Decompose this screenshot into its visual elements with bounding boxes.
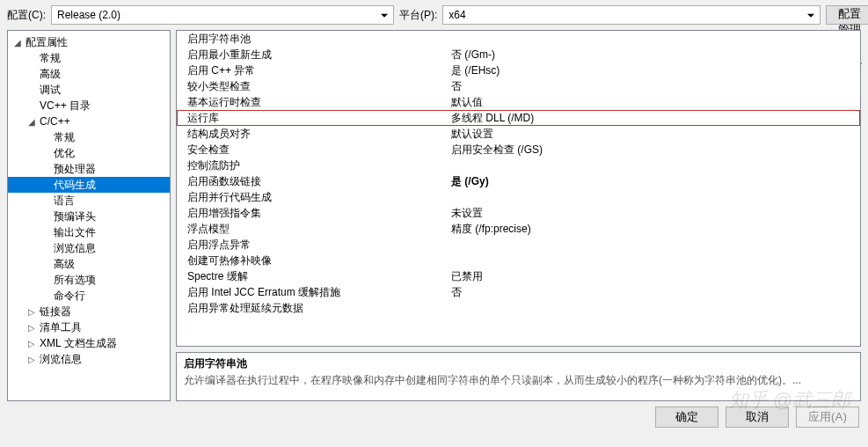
tree-item[interactable]: 浏览信息 <box>8 240 170 256</box>
config-value: Release (2.0) <box>57 9 120 21</box>
property-value[interactable]: 否 <box>451 284 860 300</box>
property-row[interactable]: 启用并行代码生成 <box>177 189 860 205</box>
property-value[interactable]: 默认值 <box>451 94 860 110</box>
tree-item-label: 命令行 <box>54 289 85 304</box>
tree-item[interactable]: 常规 <box>8 129 170 145</box>
tree-item-label: 高级 <box>54 257 75 272</box>
chevron-right-icon: ▷ <box>26 323 38 333</box>
tree-root-label: 配置属性 <box>26 35 68 50</box>
tree-item[interactable]: 预编译头 <box>8 209 170 224</box>
property-label: 启用最小重新生成 <box>187 47 451 62</box>
property-label: 启用字符串池 <box>187 31 451 47</box>
property-grid[interactable]: 启用字符串池启用最小重新生成否 (/Gm-)启用 C++ 异常是 (/EHsc)… <box>176 30 861 347</box>
right-column: 启用字符串池启用最小重新生成否 (/Gm-)启用 C++ 异常是 (/EHsc)… <box>176 30 861 401</box>
property-label: 启用异常处理延续元数据 <box>187 300 451 316</box>
tree-item-label: 所有选项 <box>54 273 96 288</box>
property-row[interactable]: 启用 Intel JCC Erratum 缓解措施否 <box>177 284 860 300</box>
tree-item-label: 浏览信息 <box>40 352 82 367</box>
tree-item[interactable]: 预处理器 <box>8 161 170 177</box>
tree-item-label: 优化 <box>54 146 75 161</box>
property-row[interactable]: 启用字符串池 <box>177 31 860 47</box>
tree-item[interactable]: 命令行 <box>8 288 170 304</box>
tree-item-label: 输出文件 <box>54 225 96 240</box>
property-row[interactable]: 启用增强指令集未设置 <box>177 205 860 221</box>
cancel-button[interactable]: 取消 <box>726 407 789 428</box>
property-value[interactable]: 否 <box>451 78 860 94</box>
property-value[interactable]: 已禁用 <box>451 268 860 284</box>
chevron-right-icon: ▷ <box>26 307 38 317</box>
property-label: 启用浮点异常 <box>187 237 451 253</box>
property-row[interactable]: 结构成员对齐默认设置 <box>177 126 860 142</box>
tree-item-label: 代码生成 <box>54 178 96 193</box>
property-row[interactable]: 较小类型检查否 <box>177 78 860 94</box>
apply-button[interactable]: 应用(A) <box>796 407 859 428</box>
property-value[interactable] <box>451 189 860 205</box>
property-row[interactable]: 启用 C++ 异常是 (/EHsc) <box>177 62 860 78</box>
chevron-right-icon: ▷ <box>26 339 38 348</box>
property-label: 较小类型检查 <box>187 78 451 94</box>
tree-item-label: 常规 <box>40 51 61 66</box>
tree-panel[interactable]: ◢ 配置属性 常规高级调试VC++ 目录◢C/C++常规优化预处理器代码生成语言… <box>7 30 171 401</box>
property-value[interactable]: 是 (/Gy) <box>451 173 860 189</box>
property-value[interactable] <box>451 31 860 47</box>
config-dropdown[interactable]: Release (2.0) <box>51 5 394 25</box>
chevron-down-icon: ◢ <box>11 38 24 48</box>
tree-item[interactable]: 调试 <box>8 82 170 98</box>
property-row[interactable]: 启用函数级链接是 (/Gy) <box>177 173 860 189</box>
property-label: 启用函数级链接 <box>187 173 451 189</box>
tree-item[interactable]: 代码生成 <box>8 177 170 193</box>
tree-item[interactable]: ◢C/C++ <box>8 114 170 129</box>
property-value[interactable] <box>451 158 860 173</box>
property-value[interactable]: 启用安全检查 (/GS) <box>451 142 860 158</box>
tree-item[interactable]: ▷链接器 <box>8 304 170 319</box>
property-value[interactable]: 多线程 DLL (/MD) <box>451 110 860 126</box>
description-text: 允许编译器在执行过程中，在程序映像和内存中创建相同字符串的单个只读副本，从而生成… <box>184 373 853 388</box>
tree-item[interactable]: VC++ 目录 <box>8 98 170 114</box>
property-label: Spectre 缓解 <box>187 268 451 284</box>
tree-item[interactable]: ▷XML 文档生成器 <box>8 335 170 351</box>
property-value[interactable]: 未设置 <box>451 205 860 221</box>
tree-item[interactable]: 优化 <box>8 145 170 161</box>
platform-value: x64 <box>449 9 465 21</box>
property-row[interactable]: 启用浮点异常 <box>177 237 860 253</box>
platform-label: 平台(P): <box>399 8 437 23</box>
property-label: 控制流防护 <box>187 158 451 173</box>
property-row[interactable]: Spectre 缓解已禁用 <box>177 268 860 284</box>
property-row[interactable]: 安全检查启用安全检查 (/GS) <box>177 142 860 158</box>
property-label: 浮点模型 <box>187 221 451 237</box>
property-row[interactable]: 创建可热修补映像 <box>177 253 860 268</box>
property-row[interactable]: 启用最小重新生成否 (/Gm-) <box>177 47 860 62</box>
property-row[interactable]: 控制流防护 <box>177 158 860 173</box>
property-value[interactable] <box>451 237 860 253</box>
tree-item[interactable]: 高级 <box>8 256 170 272</box>
body-row: ◢ 配置属性 常规高级调试VC++ 目录◢C/C++常规优化预处理器代码生成语言… <box>0 30 868 401</box>
property-value[interactable]: 是 (/EHsc) <box>451 62 860 78</box>
tree-item[interactable]: 输出文件 <box>8 224 170 240</box>
tree-root[interactable]: ◢ 配置属性 <box>8 34 170 50</box>
property-value[interactable] <box>451 300 860 316</box>
property-row[interactable]: 浮点模型精度 (/fp:precise) <box>177 221 860 237</box>
property-row[interactable]: 基本运行时检查默认值 <box>177 94 860 110</box>
property-value[interactable]: 默认设置 <box>451 126 860 142</box>
property-row[interactable]: 启用异常处理延续元数据 <box>177 300 860 316</box>
property-value[interactable] <box>451 253 860 268</box>
tree-item[interactable]: 高级 <box>8 66 170 82</box>
property-value[interactable]: 否 (/Gm-) <box>451 47 860 62</box>
tree-item[interactable]: 语言 <box>8 193 170 209</box>
chevron-down-icon: ◢ <box>26 117 38 127</box>
config-manager-button[interactable]: 配置管理器(O)... <box>826 5 868 25</box>
tree-item[interactable]: ▷浏览信息 <box>8 351 170 367</box>
tree-item[interactable]: ▷清单工具 <box>8 319 170 335</box>
tree-item-label: 语言 <box>54 194 75 209</box>
tree-item-label: 预编译头 <box>54 209 96 224</box>
property-label: 基本运行时检查 <box>187 94 451 110</box>
tree-item[interactable]: 常规 <box>8 50 170 66</box>
property-row[interactable]: 运行库多线程 DLL (/MD) <box>177 110 860 126</box>
ok-button[interactable]: 确定 <box>655 407 718 428</box>
property-value[interactable]: 精度 (/fp:precise) <box>451 221 860 237</box>
platform-dropdown[interactable]: x64 <box>442 5 821 25</box>
property-label: 启用并行代码生成 <box>187 189 451 205</box>
tree-item[interactable]: 所有选项 <box>8 272 170 288</box>
chevron-right-icon: ▷ <box>26 355 38 364</box>
property-label: 启用增强指令集 <box>187 205 451 221</box>
